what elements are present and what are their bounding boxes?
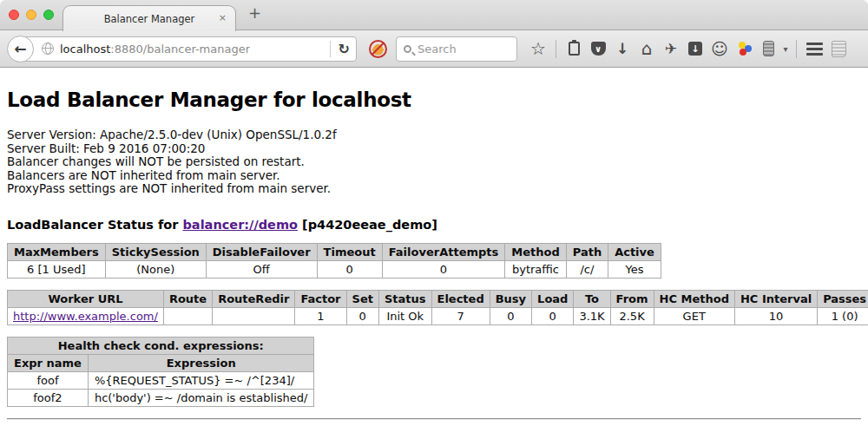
- downloads-button[interactable]: ↓: [610, 36, 635, 61]
- back-button[interactable]: ←: [7, 36, 34, 62]
- overflow-caret-button[interactable]: ▾: [780, 36, 791, 61]
- send-tab-button[interactable]: ✈: [659, 36, 683, 61]
- column-header: Busy: [490, 290, 531, 307]
- worker-status-table: Worker URL Route RouteRedir Factor Set S…: [7, 290, 868, 325]
- reload-button[interactable]: ↻: [339, 41, 350, 57]
- feedback-smiley-button[interactable]: ☺: [707, 36, 732, 61]
- boxed-arrow-icon: ↓: [688, 42, 702, 56]
- toolbar-icons: ☆ ∨ ↓ ⌂ ✈ ↓ ☺ ▾: [526, 36, 851, 61]
- failoverattempts-cell: 0: [382, 260, 505, 278]
- expr-name-cell: foof: [8, 371, 89, 389]
- content-blocked-icon[interactable]: [369, 40, 387, 58]
- hc-method-cell: GET: [654, 307, 734, 324]
- table-title-row: Health check cond. expressions:: [8, 337, 314, 354]
- column-header: Route: [163, 290, 212, 307]
- column-header: Passes: [818, 290, 868, 307]
- clipboard-icon: [569, 42, 580, 56]
- toolbar-separator: [796, 40, 797, 58]
- column-header: Elected: [431, 290, 490, 307]
- globe-icon: [42, 43, 54, 55]
- server-version-line: Server Version: Apache/2.5.0-dev (Unix) …: [7, 128, 861, 142]
- factor-cell: 1: [295, 307, 346, 324]
- bookmark-star-button[interactable]: ☆: [526, 36, 550, 61]
- worker-url-link[interactable]: http://www.example.com/: [13, 310, 158, 323]
- url-bar[interactable]: localhost:8880/balancer-manager ↻: [20, 36, 357, 62]
- page-content: Load Balancer Manager for localhost Serv…: [0, 68, 868, 425]
- health-check-table: Health check cond. expressions: Expr nam…: [7, 337, 314, 407]
- passes-cell: 1 (0): [818, 307, 868, 324]
- disablefailover-cell: Off: [206, 260, 317, 278]
- balancer-inherit-line: Balancers are NOT inherited from main se…: [7, 169, 861, 183]
- column-header: Path: [566, 243, 608, 260]
- set-cell: 0: [346, 307, 378, 324]
- column-header: RouteRedir: [213, 290, 295, 307]
- expr-name-cell: foof2: [8, 389, 89, 406]
- home-icon: ⌂: [641, 38, 653, 59]
- status-heading-prefix: LoadBalancer Status for: [7, 218, 182, 232]
- table-header-row: MaxMembers StickySession DisableFailover…: [8, 243, 661, 260]
- loadbalancer-status-heading: LoadBalancer Status for balancer://demo …: [7, 218, 861, 232]
- navigation-toolbar: ← localhost:8880/balancer-manager ↻ ☆ ∨ …: [0, 30, 868, 68]
- download-arrow-icon: ↓: [616, 40, 628, 57]
- column-header: HC Interval: [734, 290, 817, 307]
- url-text[interactable]: localhost:8880/balancer-manager: [60, 43, 250, 56]
- column-header: Status: [378, 290, 431, 307]
- path-cell: /c/: [566, 260, 608, 278]
- close-window-button[interactable]: [9, 10, 19, 20]
- colored-dots-extension-button[interactable]: [732, 36, 756, 61]
- active-cell: Yes: [608, 260, 661, 278]
- hc-interval-cell: 10: [734, 307, 817, 324]
- page-title: Load Balancer Manager for localhost: [7, 88, 861, 111]
- elected-cell: 7: [431, 307, 490, 324]
- search-icon: [404, 45, 411, 53]
- close-tab-icon[interactable]: ×: [219, 12, 227, 23]
- fullscreen-window-button[interactable]: [43, 10, 54, 20]
- table-header-row: Expr name Expression: [8, 354, 314, 371]
- column-header: HC Method: [654, 290, 734, 307]
- pocket-button[interactable]: ∨: [586, 36, 610, 61]
- home-button[interactable]: ⌂: [635, 36, 659, 61]
- column-header: MaxMembers: [8, 243, 106, 260]
- column-header: StickySession: [105, 243, 206, 260]
- clipboard-button[interactable]: [562, 36, 586, 61]
- routeredir-cell: [213, 307, 295, 324]
- expr-row: foof %{REQUEST_STATUS} =~ /^[234]/: [8, 371, 314, 389]
- expr-value-cell: hc('body') =~ /domain is established/: [88, 389, 314, 406]
- hamburger-icon: [806, 43, 823, 56]
- persist-note-line: Balancer changes will NOT be persisted o…: [7, 155, 861, 169]
- page-grid-icon: [832, 41, 846, 57]
- page-divider: [7, 418, 861, 420]
- busy-cell: 0: [490, 307, 531, 324]
- battery-icon: [763, 41, 774, 56]
- search-bar[interactable]: [396, 36, 517, 62]
- column-header: Active: [608, 243, 661, 260]
- battery-extension-button[interactable]: [756, 36, 780, 61]
- column-header: Expr name: [8, 354, 89, 371]
- from-cell: 2.5K: [610, 307, 654, 324]
- extension-download-button[interactable]: ↓: [683, 36, 707, 61]
- tab-balancer-manager[interactable]: Balancer Manager ×: [62, 5, 236, 31]
- server-info: Server Version: Apache/2.5.0-dev (Unix) …: [7, 128, 861, 196]
- menu-button[interactable]: [802, 36, 826, 61]
- new-tab-button[interactable]: +: [248, 3, 261, 22]
- stickysession-cell: (None): [105, 260, 206, 278]
- search-input[interactable]: [418, 43, 510, 56]
- browser-window: Balancer Manager × + ← localhost:8880/ba…: [0, 0, 868, 426]
- smiley-icon: ☺: [711, 39, 728, 58]
- status-cell: Init Ok: [378, 307, 431, 324]
- server-built-line: Server Built: Feb 9 2016 07:00:20: [7, 142, 861, 156]
- column-header: Load: [532, 290, 574, 307]
- star-icon: ☆: [530, 38, 546, 59]
- status-heading-suffix: [p4420eeae_demo]: [298, 218, 437, 232]
- table-row: 6 [1 Used] (None) Off 0 0 bytraffic /c/ …: [8, 260, 661, 278]
- pocket-icon: ∨: [591, 42, 606, 56]
- url-domain: localhost: [60, 43, 110, 56]
- column-header: Method: [505, 243, 566, 260]
- window-controls: [9, 10, 54, 20]
- url-path: :8880/balancer-manager: [110, 43, 250, 56]
- column-header: DisableFailover: [206, 243, 317, 260]
- minimize-window-button[interactable]: [26, 10, 36, 20]
- tab-title: Balancer Manager: [104, 13, 195, 25]
- page-snapshot-button[interactable]: [826, 36, 851, 61]
- balancer-demo-link[interactable]: balancer://demo: [182, 218, 298, 232]
